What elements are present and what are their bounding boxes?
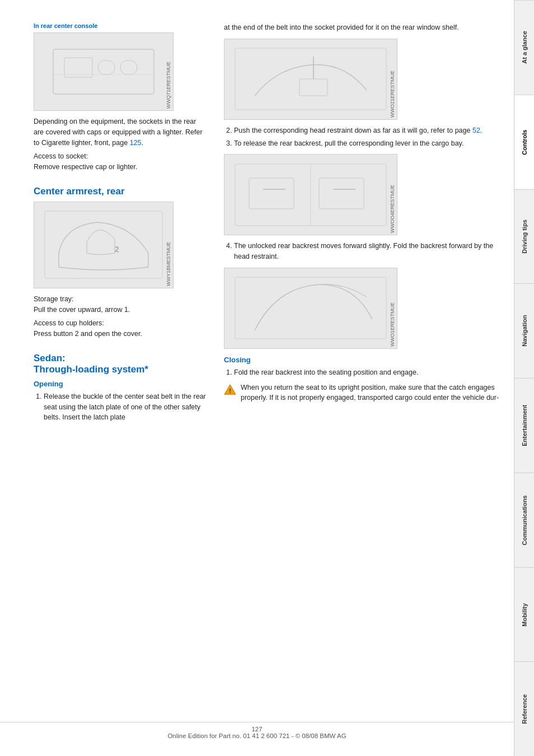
right-column: at the end of the belt into the socket p… [224,22,503,734]
image-rear-console: WWQ71ERESTMUE [34,32,174,111]
sidebar-tab-mobility[interactable]: Mobility [514,567,534,662]
closing-steps: Fold the rear backrest into the seating … [224,367,503,378]
link-page-52[interactable]: 52 [472,127,480,134]
svg-rect-11 [249,178,294,209]
sidebar-tab-reference[interactable]: Reference [514,661,534,756]
svg-text:!: ! [229,387,231,394]
svg-text:2: 2 [115,245,119,254]
image-backrest-folded: WWO1ERESTMUE [224,268,397,349]
image-belt-shelf-label: WWO21ERESTMUE [390,71,395,118]
image-cargo-lever: WWOO4ERESTMUE [224,154,397,235]
sidebar-tab-communications[interactable]: Communications [514,473,534,567]
sidebar-tab-navigation[interactable]: Navigation [514,283,534,378]
image-belt-shelf: WWO21ERESTMUE [224,39,397,120]
sub-heading-opening: Opening [34,380,207,388]
step-4: The unlocked rear backrest moves forward… [234,241,503,262]
svg-rect-3 [120,60,137,74]
page-footer: 127 Online Edition for Part no. 01 41 2 … [0,722,514,739]
link-page-125[interactable]: 125 [130,139,142,147]
page-number: 127 [251,726,262,732]
opening-step-1: Release the buckle of the center seat be… [44,391,207,423]
image-backrest-folded-label: WWO1ERESTMUE [390,302,395,347]
cup-holders: Access to cup holders: Press button 2 an… [34,318,207,339]
step-3: To release the rear backrest, pull the c… [234,138,503,149]
section-rear-console: In rear center console WWQ71ERESTMUE Dep… [34,22,207,172]
section-title-rear-console: In rear center console [34,22,207,29]
storage-tray: Storage tray: Pull the cover upward, arr… [34,294,207,315]
warning-icon: ! [224,384,236,396]
opening-steps: Release the buckle of the center seat be… [34,391,207,423]
steps-2-3: Push the corresponding head restraint do… [224,125,503,149]
svg-rect-2 [98,60,115,74]
sidebar-tab-at-a-glance[interactable]: At a glance [514,0,534,95]
image-cargo-lever-label: WWOO4ERESTMUE [390,185,395,233]
section-center-armrest: Center armrest, rear 2 WWY1BMESTMUE Sto [34,186,207,339]
access-label: Access to socket: Remove respective cap … [34,151,207,172]
rear-console-body: Depending on the equipment, the sockets … [34,116,207,148]
heading-sedan: Sedan: Through-loading system* [34,353,207,375]
image-armrest: 2 WWY1BMESTMUE [34,202,174,288]
sidebar-tab-entertainment[interactable]: Entertainment [514,378,534,473]
svg-rect-8 [299,79,327,96]
svg-rect-13 [235,277,386,339]
svg-rect-0 [53,49,154,94]
heading-center-armrest: Center armrest, rear [34,186,207,197]
belt-continuation: at the end of the belt into the socket p… [224,22,503,33]
closing-step-1: Fold the rear backrest into the seating … [234,367,503,378]
page-wrapper: In rear center console WWQ71ERESTMUE Dep… [0,0,534,756]
warning-note: ! When you return the seat to its uprigh… [224,382,503,407]
sidebar-tab-controls[interactable]: Controls [514,95,534,189]
section-sedan-through-loading: Sedan: Through-loading system* Opening R… [34,353,207,423]
step-2: Push the corresponding head restraint do… [234,125,503,136]
sidebar-tab-driving-tips[interactable]: Driving tips [514,189,534,284]
left-column: In rear center console WWQ71ERESTMUE Dep… [34,22,207,734]
footer-text: Online Edition for Part no. 01 41 2 600 … [167,732,346,739]
svg-rect-12 [319,178,364,209]
svg-rect-5 [45,211,162,278]
step-4-list: The unlocked rear backrest moves forward… [224,241,503,262]
main-content: In rear center console WWQ71ERESTMUE Dep… [0,0,514,756]
warning-text: When you return the seat to its upright … [241,382,503,404]
image-armrest-label: WWY1BMESTMUE [166,242,171,286]
sidebar: At a glance Controls Driving tips Naviga… [514,0,534,756]
image-rear-console-label: WWQ71ERESTMUE [166,62,171,109]
sub-heading-closing: Closing [224,356,503,364]
